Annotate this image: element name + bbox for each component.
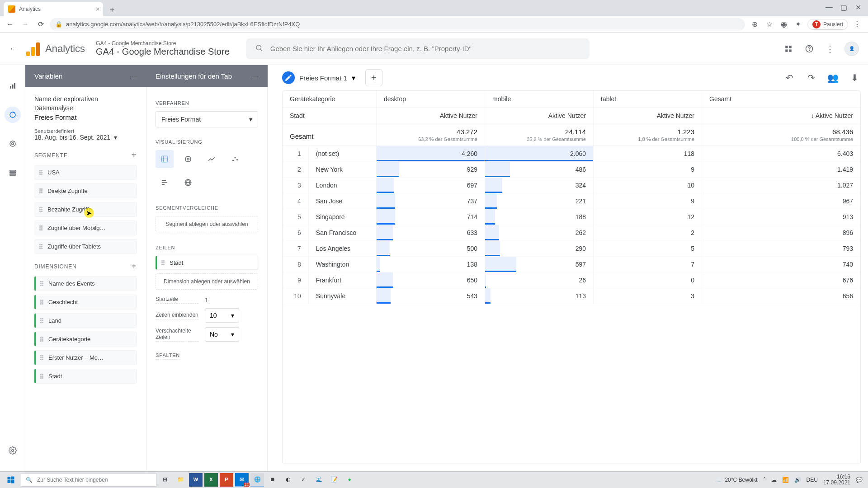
explorer-icon[interactable]: 📁 (174, 473, 187, 487)
metric-tablet[interactable]: Aktive Nutzer (594, 108, 702, 124)
table-row[interactable]: 5 Singapore 714 188 12 913 (283, 209, 860, 225)
weather-widget[interactable]: ☁️ 20°C Bewölkt (715, 477, 757, 483)
word-icon[interactable]: W (189, 473, 203, 487)
collapse-panel-icon[interactable]: — (131, 72, 137, 80)
col-mobile[interactable]: mobile (485, 91, 593, 107)
table-row[interactable]: 7 Los Angeles 500 290 5 793 (283, 241, 860, 257)
viz-geo-icon[interactable] (179, 174, 197, 192)
dimension-chip[interactable]: Name des Events (34, 276, 137, 291)
table-row[interactable]: 10 Sunnyvale 543 113 3 656 (283, 288, 860, 304)
add-segment-button[interactable]: + (132, 150, 137, 160)
dimension-chip[interactable]: Geschlecht (34, 295, 137, 310)
segment-chip[interactable]: USA (34, 165, 137, 180)
obs-icon[interactable]: ⏺ (266, 473, 279, 487)
dimension-chip[interactable]: Stadt (34, 369, 137, 384)
nav-back-icon[interactable]: ← (4, 18, 16, 31)
excel-icon[interactable]: X (204, 473, 218, 487)
dimension-chip[interactable]: Gerätekategorie (34, 332, 137, 347)
analytics-logo[interactable]: Analytics (26, 42, 85, 56)
segment-chip[interactable]: Direkte Zugriffe (34, 183, 137, 198)
tray-lang[interactable]: DEU (807, 477, 818, 483)
share-icon[interactable]: 👥 (826, 71, 839, 84)
nested-rows-select[interactable]: No ▾ (205, 327, 239, 342)
exploration-name-value[interactable]: Freies Format (34, 113, 137, 121)
window-minimize[interactable]: — (823, 1, 835, 14)
metric-desktop[interactable]: Aktive Nutzer (377, 108, 485, 124)
close-tab-icon[interactable]: × (96, 5, 99, 13)
col-total[interactable]: Gesamt (702, 91, 860, 107)
segment-chip[interactable]: Bezahlte Zugriffe (34, 202, 137, 217)
mail-icon[interactable]: ✉22 (235, 473, 249, 487)
segment-dropzone[interactable]: Segment ablegen oder auswählen (156, 216, 258, 232)
start-row-value[interactable]: 1 (205, 296, 208, 304)
nav-reports-icon[interactable] (5, 78, 21, 94)
col-desktop[interactable]: desktop (377, 91, 485, 107)
start-button[interactable] (3, 473, 19, 487)
system-clock[interactable]: 16:16 17.09.2021 (823, 474, 850, 486)
tray-onedrive-icon[interactable]: ☁ (771, 477, 777, 483)
window-maximize[interactable]: ▢ (837, 1, 850, 14)
header-menu-icon[interactable]: ⋮ (824, 42, 836, 55)
tray-wifi-icon[interactable]: 📶 (782, 477, 789, 483)
rows-show-select[interactable]: 10 ▾ (205, 308, 239, 323)
viz-donut-icon[interactable] (179, 150, 197, 168)
notifications-icon[interactable]: 💬 (856, 477, 863, 483)
add-dimension-button[interactable]: + (132, 261, 137, 272)
profile-paused-badge[interactable]: T Pausiert (807, 19, 848, 30)
table-row[interactable]: 2 New York 929 486 9 1.419 (283, 162, 860, 178)
powerpoint-icon[interactable]: P (220, 473, 233, 487)
browser-menu-icon[interactable]: ⋮ (852, 19, 863, 30)
metric-mobile[interactable]: Aktive Nutzer (485, 108, 594, 124)
tray-volume-icon[interactable]: 🔊 (794, 477, 801, 483)
bookmark-star-icon[interactable]: ☆ (764, 19, 775, 30)
window-close[interactable]: ✕ (852, 1, 864, 14)
table-row[interactable]: 8 Washington 138 597 7 740 (283, 257, 860, 272)
notepad-icon[interactable]: 📝 (327, 473, 341, 487)
export-icon[interactable]: ⬇ (848, 71, 861, 84)
nav-configure-icon[interactable] (5, 164, 21, 181)
search-input[interactable] (270, 45, 580, 52)
reload-icon[interactable]: ⟳ (34, 18, 47, 31)
user-avatar[interactable]: 👤 (844, 42, 859, 56)
segment-chip[interactable]: Zugriffe über Tablets (34, 239, 137, 254)
viz-line-icon[interactable] (203, 150, 221, 168)
dimension-chip[interactable]: Erster Nutzer – Me… (34, 350, 137, 365)
todoist-icon[interactable]: ✓ (297, 473, 310, 487)
extensions-puzzle-icon[interactable]: ✦ (793, 19, 804, 30)
collapse-panel-icon[interactable]: — (252, 72, 259, 80)
table-row[interactable]: 1 (not set) 4.260 2.060 118 6.403 (283, 146, 860, 162)
date-range-picker[interactable]: 18. Aug. bis 16. Sept. 2021 ▾ (34, 134, 137, 141)
viz-table-icon[interactable] (156, 150, 174, 168)
table-row[interactable]: 9 Frankfurt 650 26 0 676 (283, 272, 860, 288)
table-row[interactable]: 3 London 697 324 10 1.027 (283, 178, 860, 193)
extension-icon[interactable]: ◉ (778, 19, 789, 30)
table-row[interactable]: 4 San Jose 737 221 9 967 (283, 193, 860, 209)
edge-icon[interactable]: 🌊 (312, 473, 326, 487)
tray-chevron-icon[interactable]: ˄ (763, 477, 766, 483)
segment-chip[interactable]: Zugriffe über Mobilg… (34, 221, 137, 235)
technique-select[interactable]: Freies Format ▾ (156, 111, 258, 127)
header-back-icon[interactable]: ← (6, 43, 21, 54)
nav-admin-gear-icon[interactable] (5, 442, 21, 459)
viz-bar-icon[interactable] (156, 174, 174, 192)
help-icon[interactable] (803, 42, 816, 55)
task-view-icon[interactable]: ⊞ (158, 473, 172, 487)
col-tablet[interactable]: tablet (594, 91, 702, 107)
viz-scatter-icon[interactable] (226, 150, 244, 168)
header-search[interactable] (246, 38, 590, 59)
nav-advertising-icon[interactable] (5, 136, 21, 152)
add-exploration-tab[interactable]: + (365, 69, 382, 86)
property-selector[interactable]: GA4 - Google Merchandise Store GA4 - Goo… (96, 40, 230, 57)
url-bar[interactable]: 🔒 analytics.google.com/analytics/web/#/a… (50, 18, 745, 31)
diagnostics-icon[interactable] (782, 42, 795, 55)
exploration-tab[interactable]: Freies Format 1 ▾ (282, 71, 355, 84)
taskbar-search[interactable]: 🔍 Zur Suche Text hier eingeben (21, 473, 156, 487)
table-row[interactable]: 6 San Francisco 633 262 2 896 (283, 225, 860, 241)
redo-icon[interactable]: ↷ (805, 71, 817, 84)
undo-icon[interactable]: ↶ (783, 71, 796, 84)
dimension-dropzone[interactable]: Dimension ablegen oder auswählen (156, 273, 258, 290)
chevron-down-icon[interactable]: ▾ (352, 74, 355, 82)
nav-explore-icon[interactable] (5, 107, 21, 123)
browser-tab[interactable]: Analytics × (4, 2, 103, 16)
metric-total-sort[interactable]: ↓ Aktive Nutzer (702, 108, 860, 124)
